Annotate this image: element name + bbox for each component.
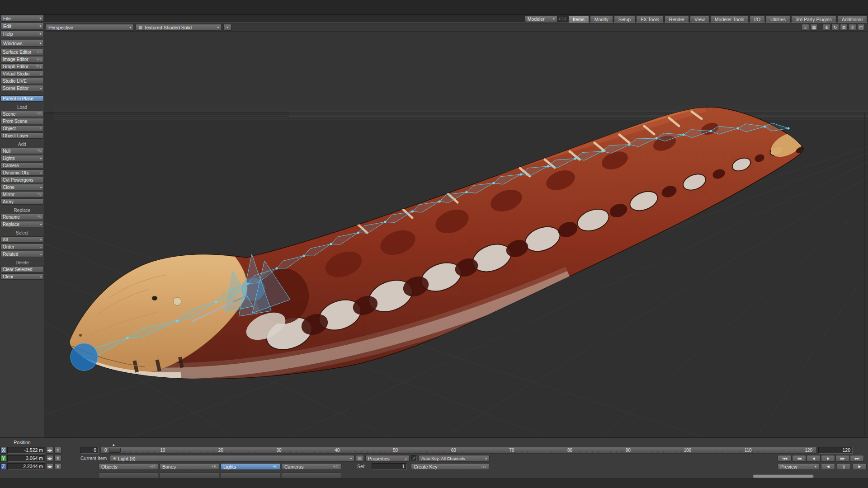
current-frame-field[interactable]: 0: [80, 447, 99, 454]
preview-transport-button[interactable]: ◀: [821, 463, 835, 470]
expand-icon[interactable]: ◱: [857, 24, 865, 31]
selection-count-field[interactable]: 1: [372, 463, 407, 470]
sidebar-item[interactable]: Clear Selected ▾: [0, 266, 44, 272]
zoom-box-icon[interactable]: ⊞: [840, 24, 848, 31]
y-position-field[interactable]: 3.064 m: [7, 455, 45, 462]
view-mode-dropdown[interactable]: Perspective ▾: [46, 24, 134, 31]
playback-button[interactable]: ◀◀: [792, 455, 806, 462]
modeler-button[interactable]: Modeler ▾: [525, 15, 557, 22]
sidebar-item[interactable]: Surface Editor F5 ▾: [0, 49, 44, 55]
help-menu-button[interactable]: Help ▾: [0, 30, 44, 37]
sidebar-item[interactable]: Parent in Place ▾: [0, 95, 44, 102]
sidebar-item[interactable]: From Scene ▾: [0, 118, 44, 124]
sidebar-item[interactable]: Select ▾: [0, 230, 44, 235]
sidebar-item[interactable]: Replace ▾: [0, 221, 44, 227]
viewport-options-dropdown[interactable]: ▾: [223, 24, 231, 31]
sidebar-item[interactable]: Cvt Powergons ▾: [0, 177, 44, 183]
item-type-button[interactable]: Bones +B: [160, 463, 219, 470]
windows-menu-button[interactable]: Windows ▾: [0, 40, 44, 47]
sidebar-item[interactable]: Lights ▾: [0, 155, 44, 161]
sidebar-item[interactable]: Null ^N ▾: [0, 148, 44, 154]
y-envelope-button[interactable]: E: [54, 455, 61, 462]
preview-transport-button[interactable]: ||: [837, 463, 851, 470]
z-position-field[interactable]: -2.2344 m: [7, 463, 45, 470]
x-envelope-button[interactable]: E: [54, 447, 61, 454]
sidebar-item[interactable]: Related ▾: [0, 251, 44, 257]
playback-button[interactable]: ▶▶|: [850, 455, 864, 462]
sidebar-item[interactable]: Object Layer ▾: [0, 132, 44, 139]
sidebar-item[interactable]: Virtual Studio ▾: [0, 70, 44, 77]
tab-label: View: [694, 17, 705, 22]
grid-icon[interactable]: ▦: [810, 24, 818, 31]
tab[interactable]: Modify: [590, 15, 613, 23]
sidebar-item[interactable]: Load ▾: [0, 104, 44, 110]
current-item-dropdown[interactable]: ☀ Light (3) ▾: [110, 455, 354, 462]
preview-transport-button[interactable]: ▶: [853, 463, 867, 470]
sidebar-item[interactable]: Graph Editor ^F2 ▾: [0, 63, 44, 70]
sidebar-item[interactable]: Delete ▾: [0, 260, 44, 265]
list-icon[interactable]: ≡: [802, 24, 809, 31]
sidebar-item[interactable]: Mirror +V ▾: [0, 191, 44, 197]
tab[interactable]: Additional: [837, 15, 867, 23]
sidebar-item[interactable]: Order ▾: [0, 244, 44, 250]
partial-button[interactable]: [160, 472, 219, 478]
partial-button[interactable]: [221, 472, 280, 478]
z-envelope-button[interactable]: E: [54, 463, 61, 470]
item-type-button[interactable]: Cameras +C: [282, 463, 341, 470]
sidebar-item[interactable]: Image Editor F6 ▾: [0, 56, 44, 62]
create-key-label: Create Key: [414, 464, 438, 469]
rotate-icon[interactable]: ↻: [831, 24, 839, 31]
tab[interactable]: Setup: [614, 15, 635, 23]
item-list-toggle-button[interactable]: ▤: [356, 455, 364, 462]
edit-menu-button[interactable]: Edit ▾: [0, 23, 44, 29]
z-spinner[interactable]: ◀▶: [46, 463, 53, 470]
sidebar-item[interactable]: Object + ▾: [0, 125, 44, 131]
partial-button[interactable]: [282, 472, 341, 478]
shading-mode-dropdown[interactable]: ▦ Textured Shaded Solid ▾: [136, 24, 222, 31]
sidebar-item[interactable]: Clone ▾: [0, 184, 44, 190]
playback-button[interactable]: ▶▶: [835, 455, 849, 462]
item-type-button[interactable]: Lights +L: [221, 463, 280, 470]
sidebar-item[interactable]: Dynamic Obj ▾: [0, 169, 44, 176]
sidebar-item[interactable]: Scene ^O ▾: [0, 111, 44, 117]
timeline-ruler[interactable]: ▴ 0102030405060708090100110120: [100, 447, 816, 454]
horizontal-scrollbar[interactable]: [753, 474, 814, 478]
create-key-button[interactable]: Create Key ret: [411, 463, 489, 470]
sidebar-item[interactable]: Replace ▾: [0, 207, 44, 213]
sidebar-item[interactable]: Array ▾: [0, 198, 44, 205]
x-spinner[interactable]: ◀▶: [46, 447, 53, 454]
autokey-checkbox[interactable]: ✓: [411, 455, 417, 461]
tab[interactable]: Items: [568, 15, 589, 23]
sidebar-item[interactable]: All ▾: [0, 236, 44, 243]
y-spinner[interactable]: ◀▶: [46, 455, 53, 462]
viewport-3d[interactable]: [0, 0, 868, 488]
magnifier-icon[interactable]: ◎: [849, 24, 856, 31]
file-menu-button[interactable]: File ▾: [0, 15, 44, 22]
pan-icon[interactable]: ⊕: [823, 24, 830, 31]
x-position-field[interactable]: -1.522 m: [7, 447, 45, 454]
item-type-button[interactable]: Objects +O: [99, 463, 158, 470]
sidebar-item-label: Scene Editor: [3, 86, 28, 91]
sidebar-item[interactable]: Studio LIVE ▾: [0, 78, 44, 84]
tab[interactable]: I/O: [750, 15, 765, 23]
sidebar-item[interactable]: Add ▾: [0, 141, 44, 147]
playback-button[interactable]: ◀|: [807, 455, 821, 462]
properties-button[interactable]: Properties p: [365, 455, 410, 462]
sidebar-item[interactable]: Scene Editor ▾: [0, 85, 44, 91]
playback-button[interactable]: |▶: [821, 455, 835, 462]
autokey-dropdown[interactable]: Auto Key: All Channels ▾: [419, 455, 490, 462]
tab[interactable]: Modeler Tools: [710, 15, 749, 23]
end-frame-field[interactable]: 120: [818, 447, 853, 454]
tab[interactable]: 3rd Party Plugins: [791, 15, 836, 23]
playback-button[interactable]: |◀◀: [778, 455, 792, 462]
tab[interactable]: FX Tools: [636, 15, 664, 23]
partial-button[interactable]: [99, 472, 158, 478]
tab[interactable]: Utilities: [766, 15, 790, 23]
sidebar-item[interactable]: Rename ^N ▾: [0, 214, 44, 220]
chevron-down-icon: ▾: [39, 238, 42, 241]
tab[interactable]: View: [690, 15, 709, 23]
tab[interactable]: Render: [665, 15, 689, 23]
sidebar-item[interactable]: Clear ▾: [0, 273, 44, 280]
sidebar-item[interactable]: Camera ▾: [0, 162, 44, 169]
preview-dropdown[interactable]: Preview ▾: [778, 463, 819, 470]
